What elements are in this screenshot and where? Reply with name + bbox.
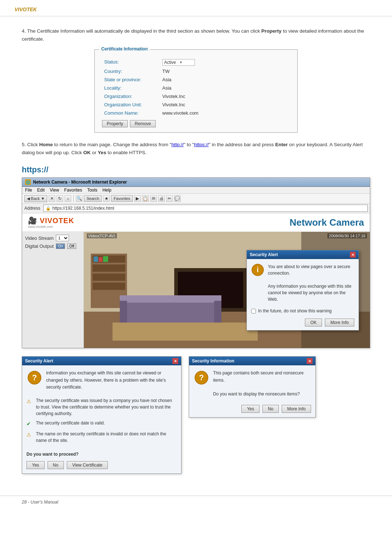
status-value: Active bbox=[164, 60, 178, 65]
security-info-title-bar: Security Information ✕ bbox=[189, 357, 315, 365]
step5-text6: or bbox=[91, 150, 98, 155]
https-heading: https:// bbox=[22, 165, 370, 175]
security-info-close-button[interactable]: ✕ bbox=[307, 358, 313, 364]
browser-title-bar: 🌐 Network Camera - Microsoft Internet Ex… bbox=[22, 178, 370, 187]
step5-keyword-home: Home bbox=[39, 142, 53, 147]
svg-text:?: ? bbox=[32, 373, 37, 382]
mail-icon[interactable]: ✉ bbox=[150, 195, 157, 202]
sa-view-cert-button[interactable]: View Certificate bbox=[67, 461, 108, 469]
cert-label-status: Status: bbox=[102, 58, 160, 67]
address-input[interactable]: 🔒 https://192.168.5.151/index.html bbox=[43, 205, 368, 212]
menu-view[interactable]: View bbox=[50, 188, 59, 193]
step5-link-http[interactable]: http:// bbox=[171, 142, 184, 147]
security-alert-line1: You are about to view pages over a secur… bbox=[268, 263, 354, 276]
cert-value-country: TW bbox=[160, 67, 290, 75]
camera-left-panel: Video Stream 1 Digital Output On Off bbox=[22, 232, 84, 348]
cert-label-org-unit: Organization Unit: bbox=[102, 100, 160, 109]
security-alert-large-close-button[interactable]: ✕ bbox=[172, 358, 178, 364]
security-alert-dialog: Security Alert ✕ i You are a bbox=[246, 250, 359, 331]
security-alert-close-button[interactable]: ✕ bbox=[350, 252, 356, 258]
video-stream-select[interactable]: 1 bbox=[56, 235, 69, 241]
sa-item-text-1: The security certificate date is valid. bbox=[36, 420, 105, 426]
svg-text:i: i bbox=[257, 266, 259, 274]
property-button[interactable]: Property bbox=[102, 120, 128, 127]
favorites-icon[interactable]: ★ bbox=[103, 195, 110, 202]
step4-keyword-property: Property bbox=[261, 28, 282, 34]
security-info-line1: This page contains both secure and nonse… bbox=[213, 370, 311, 383]
security-alert-large-icon: ? bbox=[26, 370, 42, 386]
video-area: Video(TCP-AV) 2008/06/30 14:17:16 Securi… bbox=[84, 232, 370, 348]
security-info-body: ? This page contains both secure and non… bbox=[189, 365, 315, 402]
sa-yes-button[interactable]: Yes bbox=[26, 461, 45, 469]
address-url: https://192.168.5.151/index.html bbox=[52, 206, 114, 211]
menu-favorites[interactable]: Favorites bbox=[64, 188, 82, 193]
stop-icon[interactable]: ✕ bbox=[49, 195, 55, 202]
future-warning-checkbox[interactable] bbox=[251, 309, 256, 313]
step5-text3: " to " bbox=[184, 142, 194, 147]
svg-rect-8 bbox=[93, 274, 125, 281]
search-icon[interactable]: 🔍 bbox=[76, 195, 82, 202]
security-alert-title-bar: Security Alert ✕ bbox=[247, 250, 359, 259]
svg-rect-14 bbox=[120, 295, 221, 303]
media-icon[interactable]: ▶ bbox=[134, 195, 141, 202]
menu-tools[interactable]: Tools bbox=[87, 188, 97, 193]
camera-header: 🎥 VIVOTEK www.vivotek.com Network Camera bbox=[22, 213, 370, 232]
step5-keyword-ok: OK bbox=[83, 150, 91, 155]
svg-rect-7 bbox=[93, 264, 125, 272]
step5-paragraph: 5. Click Home to return to the main page… bbox=[22, 141, 370, 156]
print-icon[interactable]: 🖨 bbox=[158, 195, 165, 202]
si-more-info-button[interactable]: More Info bbox=[282, 405, 311, 413]
camera-body: Video Stream 1 Digital Output On Off bbox=[22, 232, 370, 348]
warn-icon-2: ⚠ bbox=[26, 431, 33, 439]
svg-rect-13 bbox=[120, 301, 221, 323]
security-alert-more-info-button[interactable]: More Info bbox=[325, 319, 354, 327]
warn-icon-0: ⚠ bbox=[26, 398, 33, 405]
status-select[interactable]: Active ▼ bbox=[162, 59, 195, 66]
menu-file[interactable]: File bbox=[25, 188, 32, 193]
cert-label-common: Common Name: bbox=[102, 109, 160, 117]
cert-label-state: State or province: bbox=[102, 75, 160, 84]
step5-link-https[interactable]: https:// bbox=[194, 142, 209, 147]
cert-row-common: Common Name: www.vivotek.com bbox=[102, 109, 290, 117]
cert-value-state: Asia bbox=[160, 75, 290, 84]
security-alert-ok-button[interactable]: OK bbox=[305, 319, 322, 327]
cert-row-country: Country: TW bbox=[102, 67, 290, 75]
security-alert-large: Security Alert ✕ ? Information you excha… bbox=[22, 356, 181, 474]
cert-value-common: www.vivotek.com bbox=[160, 109, 290, 117]
cert-row-org: Organization: Vivotek.Inc bbox=[102, 92, 290, 100]
edit-icon[interactable]: ✏ bbox=[166, 195, 173, 202]
security-alert-large-body: ? Information you exchange with this sit… bbox=[22, 365, 181, 395]
digital-on-button[interactable]: On bbox=[56, 243, 65, 249]
toolbar-separator bbox=[73, 195, 74, 202]
bottom-dialogs-row: Security Alert ✕ ? Information you excha… bbox=[22, 356, 370, 474]
svg-rect-10 bbox=[94, 257, 98, 262]
refresh-icon[interactable]: ↻ bbox=[57, 195, 63, 202]
cert-label-locality: Locality: bbox=[102, 84, 160, 92]
security-info-title: Security Information bbox=[192, 358, 234, 364]
remove-button[interactable]: Remove bbox=[130, 120, 156, 127]
sa-item-2: ⚠ The name on the security certificate i… bbox=[26, 431, 177, 444]
address-bar-row: Address 🔒 https://192.168.5.151/index.ht… bbox=[22, 204, 370, 213]
sa-item-text-0: The security certificate was issued by a… bbox=[36, 397, 177, 417]
browser-title-icon: 🌐 bbox=[25, 179, 31, 185]
favorites-button[interactable]: Favorites bbox=[111, 195, 132, 202]
security-alert-icon: i bbox=[251, 263, 264, 276]
step5-keyword-yes: Yes bbox=[98, 150, 106, 155]
history-icon[interactable]: 📋 bbox=[142, 195, 149, 202]
si-no-button[interactable]: No bbox=[262, 405, 279, 413]
browser-menu-bar: File Edit View Favorites Tools Help bbox=[22, 187, 370, 194]
si-yes-button[interactable]: Yes bbox=[241, 405, 260, 413]
digital-off-button[interactable]: Off bbox=[67, 243, 76, 249]
sa-no-button[interactable]: No bbox=[48, 461, 64, 469]
digital-output-label: Digital Output bbox=[25, 243, 54, 249]
menu-edit[interactable]: Edit bbox=[37, 188, 45, 193]
cert-table: Status: Active ▼ Country: TW State or pr… bbox=[102, 58, 290, 117]
sa-item-text-2: The name on the security certificate is … bbox=[36, 431, 177, 444]
video-stream-label: Video Stream bbox=[25, 235, 54, 241]
messenger-icon[interactable]: 💬 bbox=[174, 195, 181, 202]
home-icon[interactable]: ⌂ bbox=[65, 195, 71, 202]
menu-help[interactable]: Help bbox=[102, 188, 111, 193]
security-alert-large-question: Do you want to proceed? bbox=[22, 449, 181, 459]
search-button[interactable]: Search bbox=[84, 195, 102, 202]
back-button[interactable]: ◀ Back ▼ bbox=[24, 195, 47, 202]
